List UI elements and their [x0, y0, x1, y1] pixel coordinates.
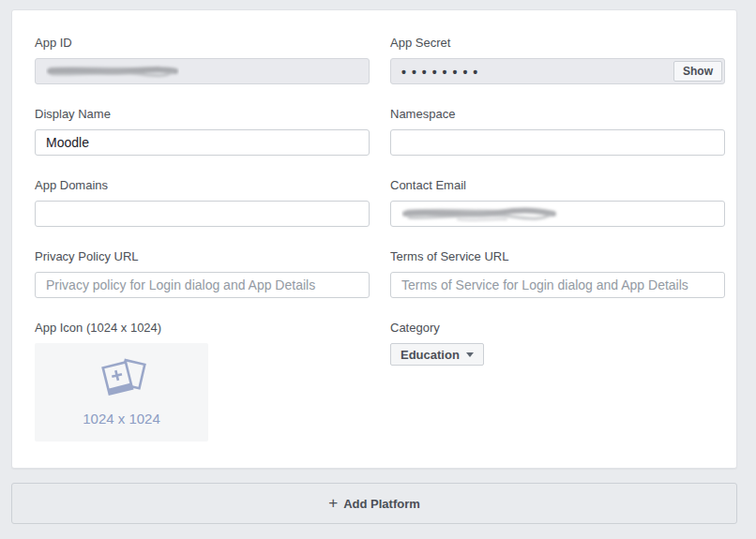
app-domains-input[interactable]: [35, 201, 370, 227]
terms-of-service-url-label: Terms of Service URL: [390, 249, 725, 264]
contact-email-field[interactable]: [390, 201, 725, 227]
settings-form: App ID App Secret •••••••• Show: [12, 10, 736, 464]
display-name-input[interactable]: [35, 129, 370, 156]
privacy-policy-url-label: Privacy Policy URL: [35, 249, 370, 264]
namespace-label: Namespace: [390, 107, 725, 122]
namespace-input[interactable]: [390, 129, 725, 156]
add-photo-icon: [98, 358, 146, 403]
field-category: Category Education: [390, 321, 725, 442]
redacted-contact-email-value: [401, 204, 559, 223]
app-settings-card: App ID App Secret •••••••• Show: [11, 9, 737, 469]
terms-of-service-url-input[interactable]: [390, 272, 725, 298]
category-label: Category: [390, 321, 725, 336]
field-terms-of-service-url: Terms of Service URL: [390, 249, 725, 298]
plus-icon: +: [328, 495, 338, 511]
field-namespace: Namespace: [390, 107, 725, 156]
field-app-id: App ID: [35, 36, 370, 84]
privacy-policy-url-input[interactable]: [35, 272, 370, 298]
chevron-down-icon: [466, 352, 474, 357]
app-secret-label: App Secret: [390, 36, 725, 51]
show-app-secret-button[interactable]: Show: [673, 61, 722, 82]
app-id-field: [35, 58, 370, 84]
category-selected-value: Education: [401, 348, 460, 362]
contact-email-label: Contact Email: [390, 178, 725, 193]
category-dropdown[interactable]: Education: [390, 343, 484, 366]
app-icon-upload-tile[interactable]: 1024 x 1024: [35, 343, 208, 442]
field-app-secret: App Secret •••••••• Show: [390, 36, 725, 84]
redacted-app-id-value: [46, 63, 179, 80]
field-privacy-policy-url: Privacy Policy URL: [35, 249, 370, 298]
app-icon-label: App Icon (1024 x 1024): [35, 321, 370, 336]
app-icon-size-text: 1024 x 1024: [83, 411, 160, 427]
app-secret-field: •••••••• Show: [390, 58, 725, 84]
field-contact-email: Contact Email: [390, 178, 725, 227]
field-app-domains: App Domains: [35, 178, 370, 227]
add-platform-button-label: Add Platform: [343, 497, 420, 511]
app-id-label: App ID: [35, 36, 370, 51]
add-platform-button[interactable]: + Add Platform: [11, 483, 737, 524]
field-display-name: Display Name: [35, 107, 370, 156]
app-secret-masked-value: ••••••••: [401, 66, 483, 79]
app-domains-label: App Domains: [35, 178, 370, 193]
field-app-icon: App Icon (1024 x 1024) 1024 x 1024: [35, 321, 370, 442]
display-name-label: Display Name: [35, 107, 370, 122]
